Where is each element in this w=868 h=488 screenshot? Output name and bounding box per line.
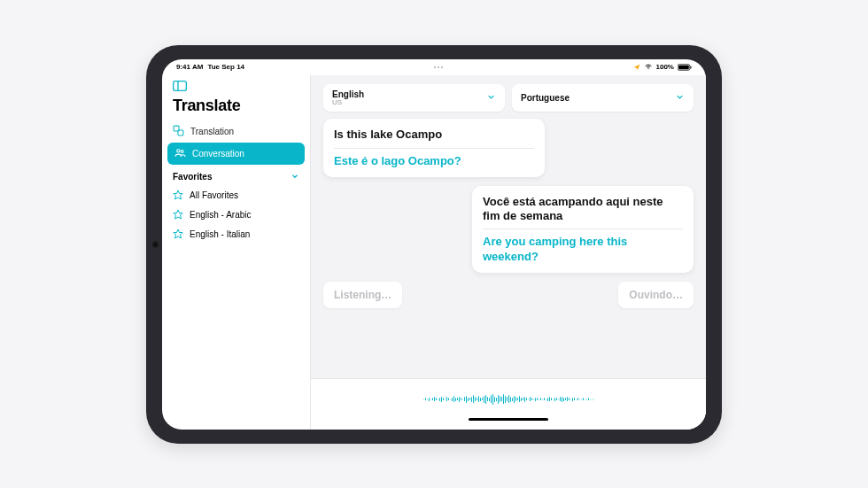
chevron-down-icon <box>486 89 496 105</box>
favorites-title: Favorites <box>173 172 212 182</box>
listening-status-left: Listening… <box>323 282 402 308</box>
favorite-label: English - Italian <box>190 229 250 239</box>
battery-icon <box>678 64 692 71</box>
listening-status-right: Ouvindo… <box>618 282 694 308</box>
status-time: 9:41 AM <box>176 63 203 71</box>
status-date: Tue Sep 14 <box>207 63 244 71</box>
translate-icon <box>173 125 184 138</box>
main-panel: English US Portuguese <box>311 75 706 430</box>
sidebar-item-translation[interactable]: Translation <box>162 120 310 143</box>
wifi-icon <box>644 64 653 71</box>
svg-point-8 <box>181 150 183 152</box>
ipad-frame: 9:41 AM Tue Sep 14 100% <box>146 45 722 444</box>
multitask-dots[interactable] <box>434 66 443 68</box>
sidebar-toggle-icon[interactable] <box>173 83 187 93</box>
app-title: Translate <box>162 97 310 120</box>
favorite-item[interactable]: English - Italian <box>162 225 310 244</box>
favorite-item[interactable]: All Favorites <box>162 186 310 205</box>
favorites-header[interactable]: Favorites <box>162 165 310 186</box>
svg-rect-2 <box>690 66 691 68</box>
audio-waveform[interactable] <box>370 391 647 407</box>
sidebar-item-label: Conversation <box>192 149 244 159</box>
divider <box>334 148 534 149</box>
sidebar-item-conversation[interactable]: Conversation <box>167 143 305 165</box>
svg-marker-9 <box>174 190 182 199</box>
favorite-label: All Favorites <box>190 190 238 200</box>
sidebar: Translate Translation Conversation Favor… <box>162 75 311 430</box>
conversation-bubble[interactable]: Você está acampando aqui neste fim de se… <box>472 186 694 273</box>
bubble-target-text: Are you camping here this weekend? <box>483 235 683 264</box>
screen: 9:41 AM Tue Sep 14 100% <box>162 59 706 430</box>
lang-name: Portuguese <box>521 93 570 103</box>
battery-pct: 100% <box>656 63 674 71</box>
target-language-select[interactable]: Portuguese <box>512 84 694 112</box>
status-bar: 9:41 AM Tue Sep 14 100% <box>162 59 706 75</box>
svg-rect-1 <box>678 65 689 68</box>
svg-marker-11 <box>174 229 182 238</box>
bubble-source-text: Is this lake Ocampo <box>334 128 534 142</box>
people-icon <box>174 147 186 160</box>
divider <box>483 229 683 229</box>
svg-rect-3 <box>174 81 187 90</box>
lang-name: English <box>332 89 364 99</box>
home-indicator[interactable] <box>469 418 548 421</box>
svg-marker-10 <box>174 210 182 219</box>
chevron-down-icon <box>291 172 299 182</box>
favorite-item[interactable]: English - Arabic <box>162 205 310 225</box>
star-icon <box>173 209 183 221</box>
chevron-down-icon <box>675 89 685 105</box>
location-icon <box>633 64 640 71</box>
input-bar <box>311 378 706 430</box>
front-camera <box>152 241 159 247</box>
star-icon <box>173 190 183 202</box>
bubble-source-text: Você está acampando aqui neste fim de se… <box>483 195 683 224</box>
source-language-select[interactable]: English US <box>323 84 505 112</box>
svg-point-7 <box>177 149 180 151</box>
star-icon <box>173 229 183 241</box>
sidebar-item-label: Translation <box>190 127 234 136</box>
lang-sub: US <box>332 99 364 107</box>
conversation-bubble[interactable]: Is this lake Ocampo Este é o lago Ocampo… <box>323 119 545 177</box>
bubble-target-text: Este é o lago Ocampo? <box>334 154 534 168</box>
favorite-label: English - Arabic <box>190 210 251 220</box>
